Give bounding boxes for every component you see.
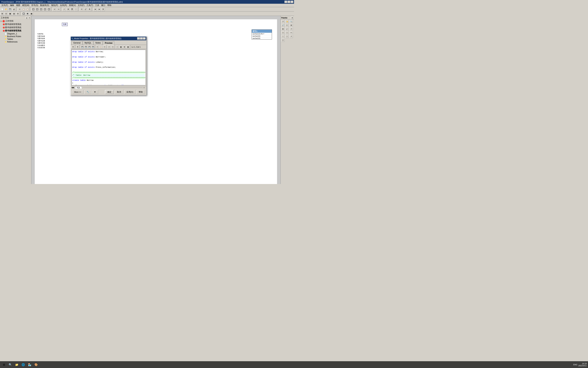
editor-nav-right[interactable]: ▶: [73, 87, 75, 88]
palette-btn-circle[interactable]: ○: [281, 35, 285, 38]
tb-cut[interactable]: ✂: [18, 8, 21, 11]
palette-btn-cut[interactable]: ✂: [285, 24, 289, 27]
tree-item-diagram[interactable]: 📄 Diagram_1: [4, 32, 31, 35]
menu-database[interactable]: 数据库(D): [39, 4, 50, 7]
tb-redo[interactable]: ↪: [57, 8, 60, 11]
dtb-save4[interactable]: 💾: [91, 45, 95, 49]
palette-btn-rect[interactable]: □: [285, 31, 289, 34]
tab-preview[interactable]: Preview: [103, 41, 114, 45]
tb-btn3[interactable]: 🔲: [39, 8, 43, 11]
tb-up[interactable]: ⬆: [101, 8, 105, 11]
dtb-box4[interactable]: ▦: [126, 45, 130, 49]
dtb-cut[interactable]: ✂: [96, 45, 99, 49]
ok-button[interactable]: 确定: [105, 90, 114, 94]
dtb-dropdown1[interactable]: ▼: [71, 45, 75, 49]
icon-dropdown[interactable]: ▼: [92, 90, 98, 94]
editor-nav-left[interactable]: ◀: [71, 87, 73, 88]
minimize-btn[interactable]: −: [285, 1, 287, 3]
apply-button[interactable]: 应用(A): [124, 90, 135, 94]
close-btn[interactable]: ✕: [291, 1, 293, 3]
palette-btn-link[interactable]: ⊠: [281, 27, 285, 31]
editor-tab-sql[interactable]: SQL: [75, 86, 82, 89]
canvas-area[interactable]: 引库 引程序名 引图书名称 引图书名称 引图书总量 引图书日期 引在借图书 引在…: [31, 16, 280, 184]
dtb-redo[interactable]: ↪: [111, 45, 114, 49]
tb-undo[interactable]: ↩: [53, 8, 57, 11]
tb-rev[interactable]: ↑: [74, 8, 78, 11]
tab-notes[interactable]: Notes: [94, 41, 103, 45]
dtb-dropdown2[interactable]: ▼: [76, 45, 79, 49]
dtb-box2[interactable]: ▣: [119, 45, 123, 49]
menu-window[interactable]: 窗口: [100, 4, 106, 7]
palette-btn-arrow3[interactable]: ↗: [290, 27, 293, 31]
tb-paste[interactable]: 📋: [26, 8, 29, 11]
tb-eraser[interactable]: 🖊: [84, 8, 87, 11]
tb2-btn5[interactable]: ⊟: [16, 12, 20, 16]
tb-copy[interactable]: 📋: [22, 8, 25, 11]
dialog-min-btn[interactable]: −: [137, 37, 140, 40]
tree-item-2[interactable]: 🔴 图书借阅管理系统: [2, 26, 31, 29]
palette-btn-arrow[interactable]: ↗: [281, 20, 285, 23]
tb-dbgen[interactable]: 🗄: [70, 8, 74, 11]
palette-btn-rect2[interactable]: □: [285, 35, 289, 38]
maximize-btn[interactable]: □: [288, 1, 290, 3]
dtb-save3[interactable]: 💾: [88, 45, 91, 49]
menu-view2[interactable]: 查看(V): [68, 4, 77, 7]
tb-btn1[interactable]: 🔲: [31, 8, 35, 11]
menu-repo[interactable]: 合库(R): [59, 4, 68, 7]
palette-btn-hand[interactable]: 👆: [285, 20, 289, 23]
tree-item-refs[interactable]: 📁 References: [4, 40, 31, 43]
tb-check[interactable]: ✓: [62, 8, 66, 11]
tb2-btn8[interactable]: ▦: [29, 12, 33, 16]
menu-report[interactable]: 报告(P): [50, 4, 59, 7]
tb-left[interactable]: ⬅: [94, 8, 97, 11]
menu-model[interactable]: 模型(M): [21, 4, 30, 7]
tb2-btn3[interactable]: ▣: [8, 12, 12, 16]
tree-root[interactable]: ▷ 🔴 工作空间: [0, 19, 31, 23]
help-button[interactable]: 帮助: [136, 90, 145, 94]
tb2-btn1[interactable]: ⊞: [0, 12, 4, 16]
tb-print[interactable]: 🖨: [12, 8, 16, 11]
tb-btn4[interactable]: 🔲: [43, 8, 47, 11]
sql-editor[interactable]: drop table if exists Borrow; drop table …: [71, 50, 146, 85]
dialog-close-btn[interactable]: ✕: [143, 37, 146, 40]
tb-font[interactable]: A: [88, 8, 91, 11]
tb-open[interactable]: 📂: [4, 8, 8, 11]
menu-view[interactable]: 视图: [15, 4, 21, 7]
tb-pencil[interactable]: ✏: [80, 8, 84, 11]
palette-btn-zoom-out[interactable]: 🔎: [281, 24, 285, 27]
tb2-btn4[interactable]: ▤: [12, 12, 16, 16]
tb-new[interactable]: 📄: [0, 8, 4, 11]
tab-general[interactable]: General: [71, 41, 82, 45]
tree-item-tables[interactable]: 📁 Tables: [4, 38, 31, 40]
menu-file[interactable]: 文件(F): [0, 4, 9, 7]
tab-mysql[interactable]: MySQL: [83, 41, 93, 45]
tree-item-3[interactable]: 🔴 图书借阅管理系统: [2, 29, 31, 32]
menu-file2[interactable]: 文件(F): [77, 4, 85, 7]
tb2-btn2[interactable]: ⊡: [4, 12, 8, 16]
cancel-button[interactable]: 取消: [115, 90, 123, 94]
palette-btn-zoom-in[interactable]: 🔍: [290, 20, 293, 23]
more-button[interactable]: More >>: [72, 90, 83, 94]
sidebar-collapse-btn[interactable]: ▲: [25, 17, 28, 19]
dialog-max-btn[interactable]: □: [140, 37, 143, 40]
dtb-box3[interactable]: ⊞: [123, 45, 126, 49]
dtb-undo[interactable]: ↩: [107, 45, 111, 49]
palette-btn-arrow2[interactable]: ↙: [285, 27, 289, 31]
menu-symbol[interactable]: 符号(S): [30, 4, 39, 7]
dtb-copy[interactable]: 📋: [99, 45, 103, 49]
tb-save[interactable]: 💾: [8, 8, 12, 11]
dtb-save2[interactable]: 💾: [84, 45, 87, 49]
palette-btn-hex[interactable]: ⬡: [281, 38, 285, 42]
tb2-btn6[interactable]: 🔲: [22, 12, 25, 16]
palette-close-btn[interactable]: ✕: [291, 17, 293, 19]
dtb-cut2[interactable]: ✂: [103, 45, 106, 49]
palette-btn-diag[interactable]: ↗: [290, 35, 293, 38]
tb-right[interactable]: ➡: [97, 8, 101, 11]
palette-btn-copy[interactable]: ⊞: [290, 24, 293, 27]
palette-btn-contain[interactable]: ⊃: [281, 31, 285, 34]
tb2-btn7[interactable]: 🔳: [26, 12, 29, 16]
table-borrower[interactable]: 借书人 varchar(10) Pk>? varchar(20) varchar…: [252, 29, 272, 39]
menu-edit[interactable]: 编辑: [9, 4, 15, 7]
tree-item-1[interactable]: 🔴 图书借阅管理系统: [2, 23, 31, 26]
tb-btn2[interactable]: 🔲: [35, 8, 39, 11]
